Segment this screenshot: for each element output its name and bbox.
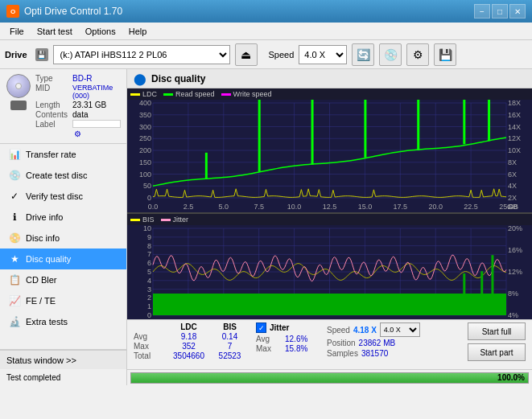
status-window-label: Status window >> xyxy=(6,355,76,365)
drive-label: Drive xyxy=(5,50,27,60)
jitter-legend: Jitter xyxy=(161,216,189,224)
nav-disc-info[interactable]: 📀 Disc info xyxy=(0,228,126,249)
upper-chart-legend: LDC Read speed Write speed xyxy=(127,88,532,100)
disc-info: Type BD-R MID VERBATIMe (000) Length 23.… xyxy=(35,74,121,138)
jitter-avg-label: Avg xyxy=(256,335,284,343)
jitter-max-label: Max xyxy=(256,344,284,353)
menu-options[interactable]: Options xyxy=(79,25,122,38)
samples-label: Samples xyxy=(327,349,358,358)
charts-container: LDC Read speed Write speed BIS xyxy=(127,88,532,319)
nav-disc-info-label: Disc info xyxy=(26,233,60,243)
fe-te-icon: 📈 xyxy=(8,294,21,307)
avg-bis: 0.14 xyxy=(212,332,248,341)
nav-drive-info-label: Drive info xyxy=(26,212,63,222)
read-speed-label: Read speed xyxy=(175,90,215,98)
nav-disc-quality[interactable]: ★ Disc quality xyxy=(0,249,126,269)
nav-cd-bler-label: CD Bler xyxy=(26,275,57,285)
max-row-label: Max xyxy=(134,342,166,351)
total-row-label: Total xyxy=(134,351,166,360)
toolbar: Drive 💾 (k:) ATAPI iHBS112 2 PL06 ⏏ Spee… xyxy=(0,40,532,69)
content-header: ⬤ Disc quality xyxy=(127,69,532,88)
disc-quality-icon: ★ xyxy=(8,253,21,265)
disc-quality-header-icon: ⬤ xyxy=(134,72,146,85)
disc-button[interactable]: 💿 xyxy=(379,43,402,66)
nav-create-test-disc[interactable]: 💿 Create test disc xyxy=(0,165,126,186)
bis-header: BIS xyxy=(212,322,248,331)
ldc-color xyxy=(130,93,140,96)
jitter-section: ✓ Jitter Avg 12.6% Max 15.8% xyxy=(256,322,317,353)
refresh-button[interactable]: 🔄 xyxy=(352,43,374,66)
speed-select[interactable]: 4.0 X xyxy=(299,45,347,64)
bis-label: BIS xyxy=(142,216,155,224)
bis-legend: BIS xyxy=(130,216,155,224)
nav-cd-bler[interactable]: 📋 CD Bler xyxy=(0,269,126,290)
disc-info-icon: 📀 xyxy=(8,232,21,244)
type-label: Type xyxy=(35,74,68,83)
minimize-button[interactable]: − xyxy=(474,4,490,18)
total-ldc: 3504660 xyxy=(167,351,211,360)
length-value: 23.31 GB xyxy=(72,101,121,109)
status-window-toggle[interactable]: Status window >> xyxy=(0,350,126,369)
disc-panel: Type BD-R MID VERBATIMe (000) Length 23.… xyxy=(0,69,126,144)
label-value: ⚙ xyxy=(72,120,121,138)
total-bis: 52523 xyxy=(212,351,248,360)
contents-label: Contents xyxy=(35,110,68,119)
samples-val: 381570 xyxy=(361,349,388,358)
jitter-checkbox[interactable]: ✓ xyxy=(256,322,266,333)
drive-info-icon: ℹ xyxy=(8,211,21,224)
disc-visual xyxy=(6,74,31,98)
nav-verify-test-disc[interactable]: ✓ Verify test disc xyxy=(0,186,126,207)
save-button[interactable]: 💾 xyxy=(434,43,456,66)
mid-label: MID xyxy=(35,84,68,100)
jitter-color xyxy=(161,219,171,221)
speed-label: Speed xyxy=(269,50,295,60)
jitter-label: Jitter xyxy=(173,216,189,224)
type-value: BD-R xyxy=(72,74,121,83)
menu-start-test[interactable]: Start test xyxy=(31,25,79,38)
menu-file[interactable]: File xyxy=(3,25,31,38)
content-area: ⬤ Disc quality LDC Read speed Write spee… xyxy=(127,69,532,385)
menu-bar: File Start test Options Help xyxy=(0,23,532,40)
max-bis: 7 xyxy=(212,342,248,351)
speed-val: 4.18 X xyxy=(353,326,377,335)
action-buttons: Start full Start part xyxy=(468,322,526,361)
contents-value: data xyxy=(72,110,121,119)
extra-tests-icon: 🔬 xyxy=(8,315,21,328)
app-title: Opti Drive Control 1.70 xyxy=(24,6,122,17)
position-label: Position xyxy=(327,339,356,347)
lower-chart xyxy=(127,225,532,319)
start-part-button[interactable]: Start part xyxy=(468,343,526,361)
write-speed-legend: Write speed xyxy=(221,90,272,98)
sidebar: Type BD-R MID VERBATIMe (000) Length 23.… xyxy=(0,69,127,385)
label-label: Label xyxy=(35,120,68,138)
nav-fe-te-label: FE / TE xyxy=(26,296,56,306)
close-button[interactable]: ✕ xyxy=(509,4,526,18)
eject-button[interactable]: ⏏ xyxy=(235,43,258,66)
nav-disc-quality-label: Disc quality xyxy=(26,254,71,264)
ldc-label: LDC xyxy=(142,90,157,98)
settings-button[interactable]: ⚙ xyxy=(406,43,429,66)
menu-help[interactable]: Help xyxy=(122,25,154,38)
nav-extra-tests[interactable]: 🔬 Extra tests xyxy=(0,311,126,332)
lower-chart-legend: BIS Jitter xyxy=(127,213,532,225)
cd-bler-icon: 📋 xyxy=(8,273,21,286)
start-full-button[interactable]: Start full xyxy=(468,322,526,340)
jitter-max-val: 15.8% xyxy=(285,344,317,353)
nav-drive-info[interactable]: ℹ Drive info xyxy=(0,207,126,228)
nav-fe-te[interactable]: 📈 FE / TE xyxy=(0,290,126,311)
nav-transfer-rate[interactable]: 📊 Transfer rate xyxy=(0,144,126,165)
drive-select[interactable]: (k:) ATAPI iHBS112 2 PL06 xyxy=(53,45,230,64)
progress-bar-wrapper: 100.0% xyxy=(130,372,529,384)
nav-verify-test-disc-label: Verify test disc xyxy=(26,191,83,201)
nav-transfer-rate-label: Transfer rate xyxy=(26,150,76,159)
nav-extra-tests-label: Extra tests xyxy=(26,317,68,327)
length-label: Length xyxy=(35,101,68,109)
stats-row: LDC BIS Avg 9.18 0.14 Max 352 7 Total 35… xyxy=(127,320,532,369)
maximize-button[interactable]: □ xyxy=(492,4,508,18)
disc-icon xyxy=(6,74,31,138)
progress-text: 100.0% xyxy=(497,373,525,383)
speed-dropdown[interactable]: 4.0 X xyxy=(380,322,420,337)
drive-visual xyxy=(10,101,27,110)
verify-test-disc-icon: ✓ xyxy=(8,190,21,203)
read-speed-legend: Read speed xyxy=(163,90,215,98)
